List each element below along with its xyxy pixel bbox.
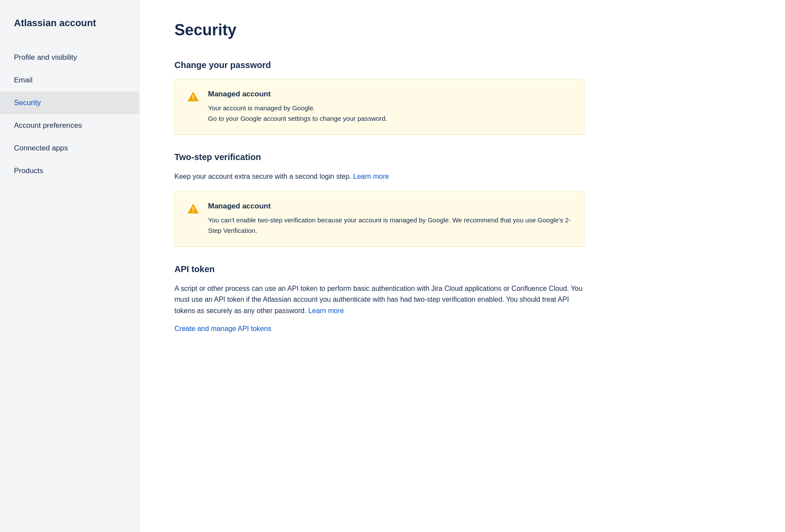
sidebar-nav: Profile and visibility Email Security Ac…	[0, 46, 139, 182]
two-step-warning-box: Managed account You can't enable two-ste…	[174, 191, 584, 247]
create-manage-api-tokens-link[interactable]: Create and manage API tokens	[174, 325, 271, 332]
sidebar-link-account-preferences[interactable]: Account preferences	[0, 114, 139, 137]
change-password-warning-box: Managed account Your account is managed …	[174, 79, 584, 135]
two-step-section: Two-step verification Keep your account …	[174, 152, 584, 247]
sidebar-link-email[interactable]: Email	[0, 69, 139, 92]
api-token-description: A script or other process can use an API…	[174, 283, 584, 317]
change-password-warning-title: Managed account	[208, 90, 572, 99]
change-password-warning-line2: Go to your Google account settings to ch…	[208, 115, 387, 122]
sidebar-link-products[interactable]: Products	[0, 160, 139, 182]
sidebar-link-profile[interactable]: Profile and visibility	[0, 46, 139, 69]
svg-point-0	[193, 99, 194, 100]
two-step-warning-title: Managed account	[208, 202, 572, 211]
sidebar-item-security[interactable]: Security	[0, 92, 139, 114]
sidebar-item-products[interactable]: Products	[0, 160, 139, 182]
main-content: Security Change your password Managed ac…	[140, 0, 619, 532]
api-token-section: API token A script or other process can …	[174, 264, 584, 333]
change-password-warning-text: Your account is managed by Google. Go to…	[208, 103, 572, 124]
svg-point-1	[193, 211, 194, 211]
change-password-warning-content: Managed account Your account is managed …	[208, 90, 572, 124]
sidebar-item-email[interactable]: Email	[0, 69, 139, 92]
two-step-title: Two-step verification	[174, 152, 584, 162]
page-title: Security	[174, 21, 584, 39]
warning-icon	[187, 91, 199, 103]
sidebar-link-security[interactable]: Security	[0, 92, 139, 114]
sidebar-item-connected-apps[interactable]: Connected apps	[0, 137, 139, 160]
sidebar-title: Atlassian account	[0, 17, 139, 46]
change-password-title: Change your password	[174, 60, 584, 70]
change-password-section: Change your password Managed account You…	[174, 60, 584, 135]
sidebar-link-connected-apps[interactable]: Connected apps	[0, 137, 139, 160]
api-token-title: API token	[174, 264, 584, 274]
two-step-warning-content: Managed account You can't enable two-ste…	[208, 202, 572, 236]
sidebar-item-account-preferences[interactable]: Account preferences	[0, 114, 139, 137]
sidebar: Atlassian account Profile and visibility…	[0, 0, 140, 532]
two-step-learn-more-link[interactable]: Learn more	[353, 173, 389, 180]
two-step-warning-text: You can't enable two-step verification b…	[208, 215, 572, 236]
two-step-description: Keep your account extra secure with a se…	[174, 171, 584, 182]
change-password-warning-line1: Your account is managed by Google.	[208, 104, 315, 112]
two-step-warning-icon	[187, 203, 199, 215]
two-step-description-text: Keep your account extra secure with a se…	[174, 173, 352, 180]
api-token-description-text: A script or other process can use an API…	[174, 285, 583, 314]
api-token-learn-more-link[interactable]: Learn more	[308, 307, 344, 314]
sidebar-item-profile[interactable]: Profile and visibility	[0, 46, 139, 69]
